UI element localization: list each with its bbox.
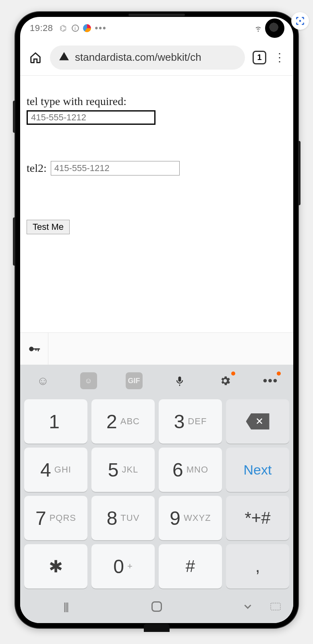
on-screen-keyboard: ☺ ☺ GIF ••• 1 2ABC 3DEF ✕ 4GHI 5JKL xyxy=(20,365,293,623)
insecure-site-icon xyxy=(59,51,69,64)
speaker-grill xyxy=(129,14,185,16)
address-bar[interactable]: standardista.com/webkit/ch xyxy=(50,45,245,70)
android-debug-icon: ⌬ xyxy=(59,24,68,33)
back-button[interactable] xyxy=(240,601,256,613)
key-next[interactable]: Next xyxy=(226,448,289,492)
svg-rect-4 xyxy=(35,348,36,351)
voice-input-icon[interactable] xyxy=(171,372,188,389)
tab-count: 1 xyxy=(257,53,261,62)
key-4[interactable]: 4GHI xyxy=(24,448,87,492)
tel1-input[interactable] xyxy=(27,110,155,125)
svg-point-1 xyxy=(29,347,33,351)
overflow-menu-button[interactable]: ⋮ xyxy=(274,51,285,64)
key-3[interactable]: 3DEF xyxy=(159,399,222,444)
test-me-button[interactable]: Test Me xyxy=(27,220,70,234)
key-hash[interactable]: # xyxy=(159,544,222,588)
svg-point-0 xyxy=(299,20,301,22)
home-button[interactable] xyxy=(28,50,43,65)
tel1-label: tel type with required: xyxy=(27,95,287,108)
page-content: tel type with required: tel2: Test Me xyxy=(20,76,293,332)
key-symbols[interactable]: *+# xyxy=(226,496,289,540)
key-5[interactable]: 5JKL xyxy=(91,448,155,492)
keyboard-more-icon[interactable]: ••• xyxy=(262,372,279,389)
key-1[interactable]: 1 xyxy=(24,399,87,444)
emoji-icon[interactable]: ☺ xyxy=(35,372,52,389)
key-0[interactable]: 0+ xyxy=(91,544,155,588)
info-icon: i xyxy=(72,25,79,32)
status-bar: 19:28 ⌬ i ••• xyxy=(20,17,293,39)
key-8[interactable]: 8TUV xyxy=(91,496,155,540)
keypad-grid: 1 2ABC 3DEF ✕ 4GHI 5JKL 6MNO Next 7PQRS … xyxy=(20,397,293,592)
key-9[interactable]: 9WXYZ xyxy=(159,496,222,540)
tel2-input[interactable] xyxy=(51,161,180,175)
usb-cable xyxy=(144,624,170,632)
system-nav-bar: ||| xyxy=(20,592,293,621)
svg-rect-3 xyxy=(37,348,39,351)
keyboard-switch-button[interactable] xyxy=(267,603,284,611)
url-text: standardista.com/webkit/ch xyxy=(75,51,201,64)
svg-rect-6 xyxy=(271,603,280,610)
suggestion-area[interactable] xyxy=(48,333,293,365)
wifi-icon xyxy=(254,24,263,33)
more-notifications-icon: ••• xyxy=(95,23,107,33)
gif-icon[interactable]: GIF xyxy=(126,372,143,389)
home-nav-button[interactable] xyxy=(149,601,165,612)
screenshot-lens-button[interactable] xyxy=(291,12,309,30)
svg-rect-5 xyxy=(178,377,181,382)
keyboard-toolbar: ☺ ☺ GIF ••• xyxy=(20,365,293,397)
tabs-button[interactable]: 1 xyxy=(252,50,267,65)
key-6[interactable]: 6MNO xyxy=(159,448,222,492)
front-camera xyxy=(265,19,284,38)
power-button xyxy=(298,141,301,205)
ime-suggestion-bar xyxy=(20,332,293,365)
screen: 19:28 ⌬ i ••• xyxy=(20,17,293,623)
keyboard-settings-icon[interactable] xyxy=(217,372,234,389)
sticker-icon[interactable]: ☺ xyxy=(80,372,97,389)
bixby-button xyxy=(13,217,15,266)
key-backspace[interactable]: ✕ xyxy=(226,399,289,444)
tel2-label: tel2: xyxy=(27,162,47,175)
key-comma[interactable]: , xyxy=(226,544,289,588)
volume-button xyxy=(13,101,15,133)
phone-frame: 19:28 ⌬ i ••• xyxy=(15,12,298,628)
password-key-icon[interactable] xyxy=(20,333,48,365)
recents-button[interactable]: ||| xyxy=(58,601,74,613)
browser-toolbar: standardista.com/webkit/ch 1 ⋮ xyxy=(20,39,293,76)
app-notification-icon xyxy=(83,24,91,32)
key-2[interactable]: 2ABC xyxy=(91,399,155,444)
backspace-icon: ✕ xyxy=(246,413,269,429)
clock: 19:28 xyxy=(30,23,53,33)
key-7[interactable]: 7PQRS xyxy=(24,496,87,540)
key-star[interactable]: ✱ xyxy=(24,544,87,588)
